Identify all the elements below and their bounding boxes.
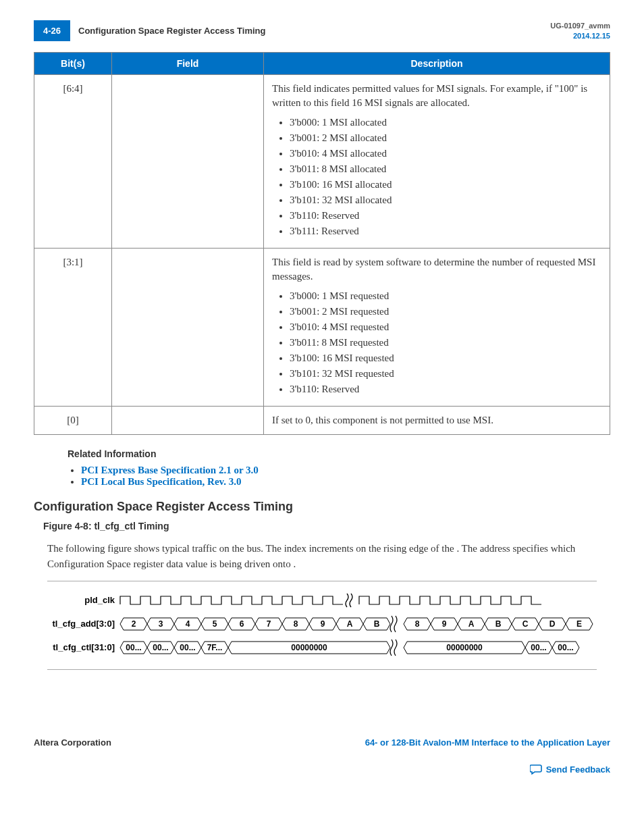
svg-text:pld_clk: pld_clk <box>84 595 115 605</box>
svg-text:9: 9 <box>321 619 325 629</box>
list-item: 3'b000: 1 MSI requested <box>290 289 601 303</box>
cell-field <box>112 407 264 435</box>
cell-description: This field is read by system software to… <box>264 249 610 407</box>
svg-text:8: 8 <box>294 619 298 629</box>
list-item: 3'b111: Reserved <box>290 224 601 238</box>
related-link[interactable]: PCI Express Base Specification 2.1 or 3.… <box>81 465 259 475</box>
svg-text:2: 2 <box>132 619 136 629</box>
list-item: 3'b010: 4 MSI allocated <box>290 147 601 161</box>
svg-text:tl_cfg_add[3:0]: tl_cfg_add[3:0] <box>53 619 115 629</box>
svg-text:tl_cfg_ctl[31:0]: tl_cfg_ctl[31:0] <box>53 642 115 652</box>
svg-text:00000000: 00000000 <box>446 643 483 652</box>
list-item: 3'b110: Reserved <box>290 382 601 396</box>
doc-id: UG-01097_avmm <box>550 21 610 30</box>
list-item: 3'b101: 32 MSI requested <box>290 367 601 381</box>
svg-text:4: 4 <box>186 619 190 629</box>
svg-text:D: D <box>549 619 556 629</box>
svg-text:E: E <box>576 619 582 629</box>
svg-text:3: 3 <box>159 619 163 629</box>
svg-text:A: A <box>468 619 475 629</box>
list-item: 3'b100: 16 MSI allocated <box>290 178 601 192</box>
related-info-heading: Related Information <box>68 448 610 459</box>
send-feedback-link[interactable]: Send Feedback <box>530 764 610 775</box>
svg-text:5: 5 <box>213 619 217 629</box>
list-item: 3'b011: 8 MSI requested <box>290 336 601 350</box>
svg-text:7F...: 7F... <box>207 643 223 652</box>
cell-description: If set to 0, this component is not permi… <box>264 407 610 435</box>
page-number-badge: 4-26 <box>34 20 70 41</box>
table-row: [6:4]This field indicates permitted valu… <box>34 75 610 249</box>
page-header: 4-26 Configuration Space Register Access… <box>34 20 610 41</box>
svg-text:9: 9 <box>442 619 447 629</box>
svg-text:00...: 00... <box>180 643 195 652</box>
list-item: 3'b010: 4 MSI requested <box>290 320 601 334</box>
svg-text:7: 7 <box>267 619 271 629</box>
table-row: [0]If set to 0, this component is not pe… <box>34 407 610 435</box>
list-item: 3'b000: 1 MSI allocated <box>290 115 601 130</box>
col-header-description: Description <box>264 53 610 75</box>
figure-description: The following figure shows typical traff… <box>47 541 597 571</box>
svg-text:B: B <box>374 619 380 629</box>
feedback-icon <box>530 764 543 777</box>
svg-text:A: A <box>347 619 353 629</box>
cell-bits: [0] <box>34 407 112 435</box>
svg-text:6: 6 <box>240 619 244 629</box>
list-item: 3'b110: Reserved <box>290 209 601 223</box>
table-row: [3:1]This field is read by system softwa… <box>34 249 610 407</box>
svg-text:00...: 00... <box>153 643 168 652</box>
svg-text:00...: 00... <box>558 643 573 652</box>
timing-diagram: pld_clktl_cfg_add[3:0]tl_cfg_ctl[31:0]23… <box>47 581 597 670</box>
svg-text:C: C <box>522 619 529 629</box>
cell-field <box>112 249 264 407</box>
footer-doc-title: 64- or 128-Bit Avalon-MM Interface to th… <box>365 737 610 748</box>
cell-bits: [6:4] <box>34 75 112 249</box>
svg-text:00...: 00... <box>531 643 546 652</box>
related-links-list: PCI Express Base Specification 2.1 or 3.… <box>68 465 610 488</box>
doc-date: 2014.12.15 <box>550 31 610 41</box>
cell-field <box>112 75 264 249</box>
list-item: 3'b101: 32 MSI allocated <box>290 193 601 207</box>
header-title: Configuration Space Register Access Timi… <box>78 26 550 36</box>
feedback-label: Send Feedback <box>546 764 610 775</box>
col-header-field: Field <box>112 53 264 75</box>
figure-caption: Figure 4-8: tl_cfg_ctl Timing <box>43 521 610 531</box>
cell-bits: [3:1] <box>34 249 112 407</box>
section-heading: Configuration Space Register Access Timi… <box>34 500 610 514</box>
list-item: 3'b001: 2 MSI allocated <box>290 131 601 145</box>
cell-description: This field indicates permitted values fo… <box>264 75 610 249</box>
list-item: 3'b001: 2 MSI requested <box>290 305 601 319</box>
list-item: 3'b011: 8 MSI allocated <box>290 162 601 176</box>
header-meta: UG-01097_avmm 2014.12.15 <box>550 21 610 41</box>
list-item: 3'b100: 16 MSI requested <box>290 351 601 365</box>
svg-text:00000000: 00000000 <box>291 643 327 652</box>
svg-text:00...: 00... <box>126 643 141 652</box>
register-table: Bit(s) Field Description [6:4]This field… <box>34 52 610 435</box>
page-footer: Altera Corporation 64- or 128-Bit Avalon… <box>34 737 610 748</box>
svg-text:B: B <box>495 619 502 629</box>
related-link[interactable]: PCI Local Bus Specification, Rev. 3.0 <box>81 476 242 487</box>
footer-company: Altera Corporation <box>34 737 111 748</box>
svg-text:8: 8 <box>415 619 420 629</box>
col-header-bits: Bit(s) <box>34 53 112 75</box>
